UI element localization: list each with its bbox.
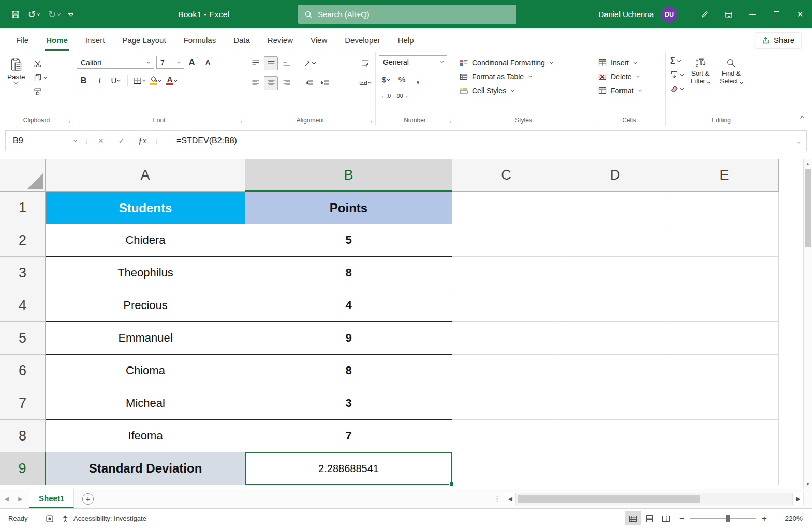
cell-B6[interactable]: 8 (245, 355, 452, 387)
tab-developer[interactable]: Developer (336, 28, 389, 52)
tab-bar-splitter[interactable]: ⋮ (494, 495, 500, 503)
normal-view-button[interactable] (625, 511, 641, 525)
cell-D6[interactable] (560, 355, 670, 387)
row-header-6[interactable]: 6 (0, 355, 46, 387)
find-select-button[interactable]: Find &Select (716, 55, 746, 95)
orientation-button[interactable] (302, 56, 316, 70)
sheet-tab-sheet1[interactable]: Sheet1 (29, 489, 74, 508)
cell-B8[interactable]: 7 (245, 420, 452, 452)
user-name[interactable]: Daniel Uchenna (598, 10, 654, 19)
inking-pen-button[interactable] (693, 0, 717, 28)
cell-D9[interactable] (560, 452, 670, 485)
cell-D5[interactable] (560, 322, 670, 355)
cell-A6[interactable]: Chioma (46, 355, 245, 387)
middle-align-button[interactable] (264, 56, 278, 70)
undo-button[interactable]: ↺ (25, 6, 43, 23)
column-header-B[interactable]: B (245, 159, 452, 192)
cell-B5[interactable]: 9 (245, 322, 452, 355)
column-header-E[interactable]: E (670, 159, 779, 192)
align-top-button[interactable] (248, 56, 262, 70)
cell-A3[interactable]: Theophilus (46, 257, 245, 289)
row-header-7[interactable]: 7 (0, 387, 46, 420)
decrease-indent-button[interactable] (302, 76, 316, 90)
accessibility-checker-button[interactable]: Accessibility: Investigate (61, 515, 146, 523)
format-cells-button[interactable]: Format (596, 83, 662, 97)
cell-A7[interactable]: Micheal (46, 387, 245, 420)
ribbon-display-options-button[interactable] (717, 0, 741, 28)
merge-center-button[interactable] (358, 76, 372, 90)
paste-dropdown-icon[interactable] (14, 80, 18, 84)
cell-E8[interactable] (670, 420, 779, 452)
scroll-down-icon[interactable]: ▼ (804, 480, 812, 489)
cell-B4[interactable]: 4 (245, 289, 452, 322)
zoom-out-button[interactable]: − (674, 514, 689, 524)
italic-button[interactable]: I (93, 74, 107, 87)
font-name-combo[interactable]: Calibri (77, 56, 154, 69)
underline-button[interactable]: U (109, 74, 123, 87)
align-left-button[interactable] (248, 76, 262, 90)
cell-styles-button[interactable]: Cell Styles (457, 83, 589, 97)
cell-C7[interactable] (452, 387, 560, 420)
increase-decimal-button[interactable]: ←.0 (379, 89, 393, 102)
tab-insert[interactable]: Insert (77, 28, 114, 52)
search-box[interactable]: Search (Alt+Q) (298, 5, 516, 24)
tab-formulas[interactable]: Formulas (175, 28, 225, 52)
autosum-button[interactable]: Σ (669, 55, 685, 67)
delete-cells-button[interactable]: Delete (596, 69, 662, 83)
format-as-table-button[interactable]: Format as Table (457, 69, 589, 83)
row-header-9[interactable]: 9 (0, 452, 46, 485)
tab-data[interactable]: Data (225, 28, 259, 52)
number-dialog-launcher[interactable]: ⌟ (448, 118, 451, 124)
zoom-slider[interactable] (690, 518, 756, 519)
row-header-2[interactable]: 2 (0, 224, 46, 257)
row-header-5[interactable]: 5 (0, 322, 46, 355)
cell-E9[interactable] (670, 452, 779, 485)
new-sheet-button[interactable]: + (82, 493, 94, 505)
conditional-formatting-button[interactable]: Conditional Formatting (457, 55, 589, 69)
fill-color-button[interactable] (149, 74, 163, 87)
alignment-dialog-launcher[interactable]: ⌟ (369, 118, 372, 124)
row-header-4[interactable]: 4 (0, 289, 46, 322)
tab-view[interactable]: View (302, 28, 336, 52)
zoom-slider-thumb[interactable] (726, 515, 730, 522)
cell-E5[interactable] (670, 322, 779, 355)
cell-C6[interactable] (452, 355, 560, 387)
scroll-right-icon[interactable]: ▶ (792, 493, 804, 505)
cell-E1[interactable] (670, 192, 779, 224)
cell-C8[interactable] (452, 420, 560, 452)
cell-B9[interactable]: 2.288688541 (245, 452, 452, 485)
percent-style-button[interactable]: % (395, 72, 409, 86)
borders-button[interactable] (132, 74, 146, 87)
fill-button[interactable] (669, 69, 685, 81)
comma-style-button[interactable]: , (411, 72, 425, 86)
formula-bar-handle[interactable]: ⋮ (82, 137, 91, 145)
vertical-scroll-thumb[interactable] (805, 169, 811, 247)
wrap-text-button[interactable] (358, 56, 372, 70)
scroll-up-icon[interactable]: ▲ (804, 159, 812, 168)
insert-cells-button[interactable]: Insert (596, 55, 662, 69)
formula-input[interactable]: =STDEV(B2:B8) (161, 136, 791, 145)
select-all-corner[interactable] (0, 159, 46, 192)
enter-button[interactable]: ✓ (111, 136, 132, 146)
save-button[interactable] (8, 6, 23, 23)
cell-C2[interactable] (452, 224, 560, 257)
cancel-button[interactable]: × (91, 136, 111, 146)
cell-D1[interactable] (560, 192, 670, 224)
column-header-D[interactable]: D (560, 159, 670, 192)
horizontal-scroll-thumb[interactable] (518, 495, 700, 503)
decrease-decimal-button[interactable]: .00→ (395, 89, 409, 102)
font-size-combo[interactable]: 7 (156, 56, 184, 69)
cell-E6[interactable] (670, 355, 779, 387)
tab-page-layout[interactable]: Page Layout (113, 28, 174, 52)
tab-help[interactable]: Help (389, 28, 423, 52)
cell-B1[interactable]: Points (245, 192, 452, 224)
cell-B2[interactable]: 5 (245, 224, 452, 257)
page-break-view-button[interactable] (658, 511, 674, 525)
tab-home[interactable]: Home (37, 28, 77, 52)
page-layout-view-button[interactable] (641, 511, 658, 525)
cell-A4[interactable]: Precious (46, 289, 245, 322)
expand-formula-bar-icon[interactable] (798, 136, 800, 145)
horizontal-scrollbar[interactable]: ◀ ▶ (505, 489, 804, 508)
cell-C4[interactable] (452, 289, 560, 322)
customize-quick-access-button[interactable] (65, 6, 77, 23)
